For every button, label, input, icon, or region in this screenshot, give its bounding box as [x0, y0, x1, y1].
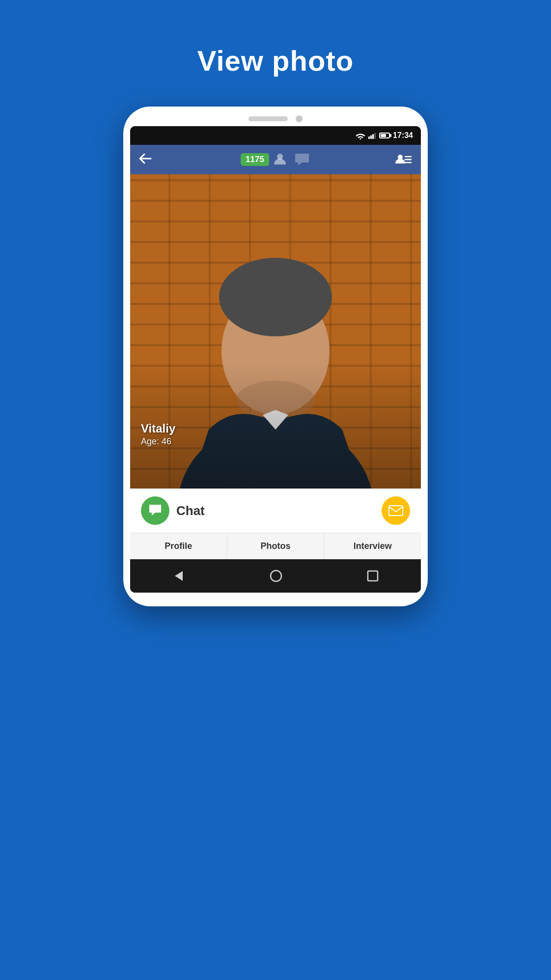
status-bar: 17:34: [130, 126, 421, 145]
tab-photos[interactable]: Photos: [227, 533, 325, 559]
phone-camera: [296, 115, 303, 122]
status-time: 17:34: [393, 131, 413, 140]
svg-rect-15: [389, 506, 403, 516]
back-button[interactable]: [139, 152, 152, 167]
svg-point-0: [359, 138, 361, 139]
svg-marker-16: [175, 571, 183, 581]
chat-bar: Chat: [130, 489, 421, 533]
tab-profile[interactable]: Profile: [130, 533, 227, 559]
chat-icon: [294, 152, 310, 167]
tab-interview[interactable]: Interview: [324, 533, 421, 559]
nav-back-button[interactable]: [172, 569, 186, 583]
notification-badge: 1175: [241, 153, 269, 166]
status-icons: 17:34: [356, 131, 413, 140]
chat-label: Chat: [176, 503, 205, 518]
svg-point-17: [271, 571, 281, 581]
phone-top-bar: [130, 115, 421, 122]
header-right: [394, 153, 412, 166]
contacts-icon[interactable]: [394, 153, 412, 166]
email-button[interactable]: [382, 496, 410, 525]
page-title: View photo: [197, 44, 354, 77]
chat-button[interactable]: [141, 496, 169, 525]
nav-bar: [130, 559, 421, 593]
bottom-tabs: Profile Photos Interview: [130, 533, 421, 559]
svg-rect-1: [368, 136, 370, 139]
battery-icon: [379, 133, 390, 138]
svg-rect-4: [374, 133, 376, 138]
svg-rect-3: [372, 134, 374, 139]
svg-rect-18: [368, 571, 378, 581]
profile-name: Vitaliy: [141, 422, 175, 436]
nav-home-button[interactable]: [269, 569, 283, 583]
nav-recents-button[interactable]: [366, 570, 379, 582]
chat-left: Chat: [141, 496, 205, 525]
svg-rect-2: [370, 135, 372, 138]
profile-age: Age: 46: [141, 436, 175, 447]
person-icon: [274, 153, 289, 166]
profile-info: Vitaliy Age: 46: [141, 422, 175, 447]
phone-screen: 17:34 1175: [130, 126, 421, 593]
phone-mockup: 17:34 1175: [123, 107, 428, 606]
wifi-icon: [356, 132, 365, 139]
header-center: 1175: [241, 152, 310, 167]
phone-speaker: [248, 116, 288, 121]
signal-icon: [368, 132, 376, 139]
app-header: 1175: [130, 145, 421, 174]
profile-photo: Vitaliy Age: 46: [130, 174, 421, 489]
